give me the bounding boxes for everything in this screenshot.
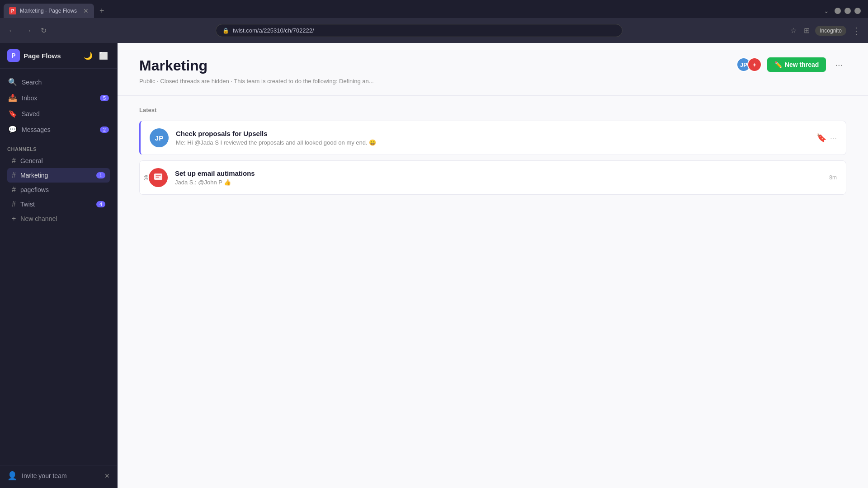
thread-time: 8m: [829, 174, 837, 181]
lock-icon: 🔒: [222, 28, 229, 34]
new-thread-label: New thread: [785, 61, 819, 68]
thread-avatar: JP: [150, 128, 169, 147]
toolbar-right: ☆ ⊞ Incognito ⋮: [788, 23, 863, 38]
address-bar[interactable]: 🔒 twist.com/a/225310/ch/702222/: [216, 24, 623, 37]
tab-title: Marketing - Page Flows: [20, 8, 80, 14]
threads-section: Latest JP Check proposals for Upsells Me…: [118, 96, 868, 211]
svg-rect-0: [154, 174, 162, 180]
hash-icon: #: [12, 186, 16, 194]
avatar-group: JP +: [736, 57, 762, 72]
channel-twist-label: Twist: [20, 201, 35, 208]
thread-more-button[interactable]: ···: [830, 133, 837, 143]
restore-button[interactable]: [844, 8, 851, 14]
bookmark-button[interactable]: 🔖: [816, 133, 826, 143]
sidebar-item-general[interactable]: # General: [7, 154, 110, 168]
sidebar-header: P Page Flows 🌙 ⬜: [0, 43, 117, 69]
plus-icon: +: [12, 215, 16, 223]
thread-card[interactable]: @ Set up email autimations Jada S.: @Joh…: [139, 160, 846, 195]
new-thread-button[interactable]: ✏️ New thread: [767, 57, 826, 72]
channel-actions: JP + ✏️ New thread ···: [736, 57, 846, 72]
bookmark-star-button[interactable]: ☆: [788, 24, 798, 37]
thread-body: Set up email autimations Jada S.: @John …: [175, 169, 818, 186]
thread-preview: Jada S.: @John P 👍: [175, 179, 818, 186]
app-layout: P Page Flows 🌙 ⬜ 🔍 Search 📥 Inbox 5 🔖 Sa…: [0, 43, 868, 488]
tab-favicon: P: [9, 7, 16, 14]
latest-label: Latest: [139, 107, 846, 113]
url-display: twist.com/a/225310/ch/702222/: [233, 27, 314, 34]
thread-actions: 8m: [826, 174, 837, 181]
inbox-icon: 📥: [8, 94, 17, 102]
invite-icon: 👤: [7, 471, 17, 481]
edit-icon: ✏️: [774, 61, 782, 68]
tab-search-button[interactable]: ⊞: [802, 24, 811, 37]
browser-menu-button[interactable]: ⋮: [850, 23, 863, 38]
thread-avatar: [149, 168, 168, 187]
sidebar-nav: 🔍 Search 📥 Inbox 5 🔖 Saved 💬 Messages 2: [0, 69, 117, 143]
sidebar-item-marketing[interactable]: # Marketing 1: [7, 168, 110, 183]
channel-more-button[interactable]: ···: [831, 58, 846, 72]
hash-icon: #: [12, 200, 16, 208]
thread-body: Check proposals for Upsells Me: Hi @Jada…: [176, 130, 809, 146]
dropdown-button[interactable]: ⌄: [822, 5, 831, 16]
window-controls: ⌄: [822, 5, 864, 16]
channels-label: Channels: [7, 146, 110, 152]
channel-marketing-label: Marketing: [20, 172, 48, 179]
invite-label: Invite your team: [22, 472, 67, 479]
reload-button[interactable]: ↻: [38, 24, 49, 37]
sidebar-item-inbox[interactable]: 📥 Inbox 5: [4, 90, 113, 106]
channel-description: Public · Closed threads are hidden · Thi…: [139, 78, 846, 84]
main-content: Marketing JP + ✏️ New thread ··· Public …: [118, 43, 868, 488]
minimize-button[interactable]: [835, 8, 841, 14]
channel-general-label: General: [20, 157, 43, 164]
invite-close-button[interactable]: ✕: [104, 472, 110, 479]
sidebar-item-pageflows[interactable]: # pageflows: [7, 183, 110, 197]
new-channel-label: New channel: [20, 215, 57, 222]
new-tab-button[interactable]: +: [96, 5, 108, 18]
mention-icon: @: [143, 174, 149, 181]
workspace-name: Page Flows: [24, 52, 78, 60]
search-label: Search: [22, 79, 42, 86]
thread-actions: 🔖 ···: [816, 133, 837, 143]
active-tab[interactable]: P Marketing - Page Flows ✕: [4, 4, 94, 18]
thread-card[interactable]: JP Check proposals for Upsells Me: Hi @J…: [139, 121, 846, 155]
saved-label: Saved: [22, 110, 40, 117]
thread-title: Check proposals for Upsells: [176, 130, 809, 137]
search-icon: 🔍: [8, 78, 17, 86]
sidebar-item-search[interactable]: 🔍 Search: [4, 74, 113, 90]
sidebar-item-saved[interactable]: 🔖 Saved: [4, 106, 113, 122]
workspace-icon: P: [7, 49, 20, 62]
twist-badge: 4: [96, 201, 105, 207]
forward-button[interactable]: →: [22, 25, 34, 37]
tab-close-button[interactable]: ✕: [83, 7, 89, 14]
messages-icon: 💬: [8, 125, 17, 134]
sidebar: P Page Flows 🌙 ⬜ 🔍 Search 📥 Inbox 5 🔖 Sa…: [0, 43, 118, 488]
inbox-badge: 5: [100, 95, 109, 101]
saved-icon: 🔖: [8, 109, 17, 118]
sidebar-header-icons: 🌙 ⬜: [82, 50, 110, 62]
avatar-add[interactable]: +: [747, 57, 762, 72]
channel-title: Marketing: [139, 57, 208, 74]
inbox-label: Inbox: [22, 94, 37, 102]
tab-bar: P Marketing - Page Flows ✕ + ⌄: [0, 0, 868, 18]
browser-chrome: P Marketing - Page Flows ✕ + ⌄ ← → ↻ 🔒 t…: [0, 0, 868, 43]
dark-mode-button[interactable]: 🌙: [82, 50, 94, 62]
marketing-badge: 1: [96, 172, 105, 178]
channel-pageflows-label: pageflows: [20, 186, 49, 193]
channel-title-row: Marketing JP + ✏️ New thread ···: [139, 57, 846, 74]
address-bar-row: ← → ↻ 🔒 twist.com/a/225310/ch/702222/ ☆ …: [0, 18, 868, 43]
layout-button[interactable]: ⬜: [97, 50, 110, 62]
close-button[interactable]: [854, 8, 861, 14]
incognito-badge: Incognito: [815, 26, 846, 36]
invite-team[interactable]: 👤 Invite your team ✕: [7, 471, 110, 481]
hash-icon: #: [12, 171, 16, 179]
thread-preview: Me: Hi @Jada S I reviewed the proposals …: [176, 139, 809, 146]
channel-header: Marketing JP + ✏️ New thread ··· Public …: [118, 43, 868, 96]
sidebar-item-messages[interactable]: 💬 Messages 2: [4, 122, 113, 137]
new-channel-item[interactable]: + New channel: [7, 211, 110, 226]
thread-title: Set up email autimations: [175, 169, 818, 177]
back-button[interactable]: ←: [5, 25, 18, 37]
hash-icon: #: [12, 157, 16, 165]
sidebar-item-twist[interactable]: # Twist 4: [7, 197, 110, 211]
messages-badge: 2: [100, 127, 109, 133]
messages-label: Messages: [22, 126, 51, 133]
